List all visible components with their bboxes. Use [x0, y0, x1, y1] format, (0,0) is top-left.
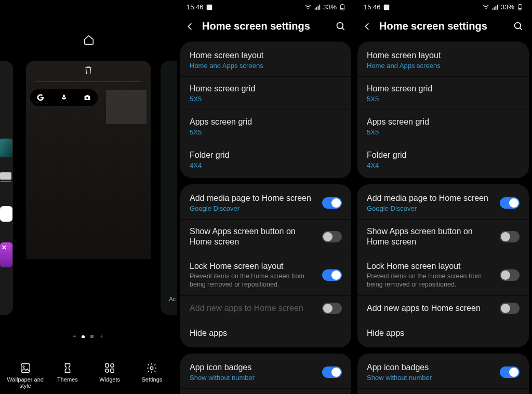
svg-rect-11 — [341, 8, 344, 9]
toggle[interactable] — [500, 231, 520, 242]
svg-point-7 — [151, 366, 154, 370]
trash-icon[interactable] — [84, 65, 93, 75]
page-indicator: ━ ＋ — [0, 332, 177, 341]
toggle[interactable] — [322, 269, 342, 281]
battery-icon — [516, 4, 524, 11]
add-page-icon[interactable]: ＋ — [99, 332, 105, 341]
toggle[interactable] — [322, 366, 342, 378]
section-options: Add media page to Home screenGoogle Disc… — [180, 184, 351, 347]
section-badges: App icon badgesShow without number Swipe… — [180, 354, 351, 394]
current-page-card[interactable] — [26, 61, 151, 315]
label: Settings — [142, 376, 163, 383]
thumbnail — [0, 181, 11, 182]
signal-icon — [491, 4, 499, 11]
row-apps-button[interactable]: Show Apps screen button on Home screen — [180, 219, 351, 254]
back-icon[interactable] — [185, 22, 195, 31]
row-home-grid[interactable]: Home screen grid5X5 — [180, 76, 351, 110]
svg-rect-3 — [105, 364, 109, 367]
themes-button[interactable]: Themes — [49, 362, 86, 389]
row-home-layout[interactable]: Home screen layoutHome and Apps screens — [357, 44, 529, 76]
row-hide-apps[interactable]: Hide apps — [357, 321, 529, 345]
row-badges[interactable]: App icon badgesShow without number — [357, 356, 529, 388]
section-badges: App icon badgesShow without number Swipe… — [357, 354, 529, 394]
header: Home screen settings — [177, 13, 354, 42]
toggle[interactable] — [500, 366, 520, 378]
status-time: 15:46 — [187, 3, 204, 11]
row-add-new-apps: Add new apps to Home screen — [180, 295, 351, 321]
toggle[interactable] — [500, 303, 520, 314]
svg-rect-16 — [519, 8, 522, 9]
svg-point-12 — [337, 22, 343, 29]
svg-rect-8 — [206, 4, 212, 10]
row-add-new-apps[interactable]: Add new apps to Home screen — [357, 295, 529, 321]
row-hide-apps[interactable]: Hide apps — [180, 321, 351, 345]
row-folder-grid[interactable]: Folder grid4X4 — [357, 143, 529, 176]
wifi-icon — [304, 4, 312, 11]
svg-rect-13 — [383, 4, 389, 10]
battery-pct: 33% — [501, 3, 514, 11]
row-apps-grid[interactable]: Apps screen grid5X5 — [180, 110, 351, 143]
settings-button[interactable]: Settings — [133, 362, 170, 389]
page-title: Home screen settings — [202, 20, 328, 32]
svg-rect-6 — [111, 369, 114, 372]
row-apps-button[interactable]: Show Apps screen button on Home screen — [357, 219, 529, 254]
row-media-page[interactable]: Add media page to Home screenGoogle Disc… — [357, 186, 529, 219]
svg-rect-15 — [519, 4, 521, 4]
thumbnail — [0, 172, 11, 180]
row-home-layout[interactable]: Home screen layoutHome and Apps screens — [180, 44, 351, 76]
widgets-button[interactable]: Widgets — [91, 362, 128, 389]
dash-icon: ━ — [73, 333, 76, 339]
row-folder-grid[interactable]: Folder grid4X4 — [180, 143, 351, 176]
label: Wallpaper and style — [7, 376, 44, 389]
gear-icon — [146, 362, 157, 374]
thumbnail — [0, 206, 12, 222]
toggle[interactable] — [322, 197, 342, 209]
image-icon — [206, 4, 213, 11]
mic-icon — [60, 94, 68, 101]
svg-point-17 — [515, 22, 521, 29]
row-lock-layout[interactable]: Lock Home screen layoutPrevent items on … — [180, 254, 351, 295]
svg-rect-10 — [341, 4, 343, 4]
home-dot-icon — [81, 334, 85, 338]
prev-page-peek[interactable]: ✕ — [0, 61, 13, 315]
toggle — [322, 303, 342, 314]
status-time: 15:46 — [364, 3, 381, 11]
search-icon[interactable] — [513, 21, 524, 32]
label: Widgets — [99, 376, 120, 383]
close-icon: ✕ — [2, 244, 7, 251]
status-bar: 15:46 33% — [354, 0, 532, 13]
battery-icon — [339, 4, 346, 11]
row-badges[interactable]: App icon badgesShow without number — [180, 356, 351, 388]
toggle[interactable] — [500, 197, 520, 209]
image-icon — [383, 4, 390, 11]
svg-point-2 — [22, 366, 24, 368]
toggle[interactable] — [500, 269, 520, 281]
back-icon[interactable] — [363, 22, 372, 31]
google-search-widget[interactable] — [30, 89, 98, 106]
section-options: Add media page to Home screenGoogle Disc… — [357, 184, 529, 347]
row-swipe-down[interactable]: Swipe down for notification panel — [180, 388, 351, 394]
svg-point-0 — [86, 97, 88, 99]
next-page-peek[interactable]: Ac — [161, 61, 177, 315]
toggle[interactable] — [322, 231, 342, 242]
row-apps-grid[interactable]: Apps screen grid5X5 — [357, 110, 529, 143]
svg-rect-4 — [111, 364, 114, 367]
page-title: Home screen settings — [379, 20, 506, 32]
svg-rect-5 — [105, 369, 109, 372]
row-lock-layout[interactable]: Lock Home screen layoutPrevent items on … — [357, 254, 529, 295]
search-icon[interactable] — [336, 21, 346, 32]
header: Home screen settings — [354, 13, 532, 42]
row-media-page[interactable]: Add media page to Home screenGoogle Disc… — [180, 186, 351, 219]
wifi-icon — [482, 4, 489, 11]
label: Themes — [57, 376, 78, 383]
status-bar: 15:46 33% — [177, 0, 354, 13]
row-swipe-down[interactable]: Swipe down for notification panel — [357, 388, 529, 394]
section-layout: Home screen layoutHome and Apps screens … — [180, 42, 351, 178]
signal-icon — [314, 4, 321, 11]
row-home-grid[interactable]: Home screen grid5X5 — [357, 76, 529, 110]
widget-placeholder[interactable] — [106, 90, 147, 124]
thumbnail — [0, 139, 12, 157]
google-icon — [36, 93, 45, 102]
settings-panel-locked: 15:46 33% Home screen settings Home scre… — [177, 0, 354, 394]
wallpaper-button[interactable]: Wallpaper and style — [7, 362, 44, 389]
